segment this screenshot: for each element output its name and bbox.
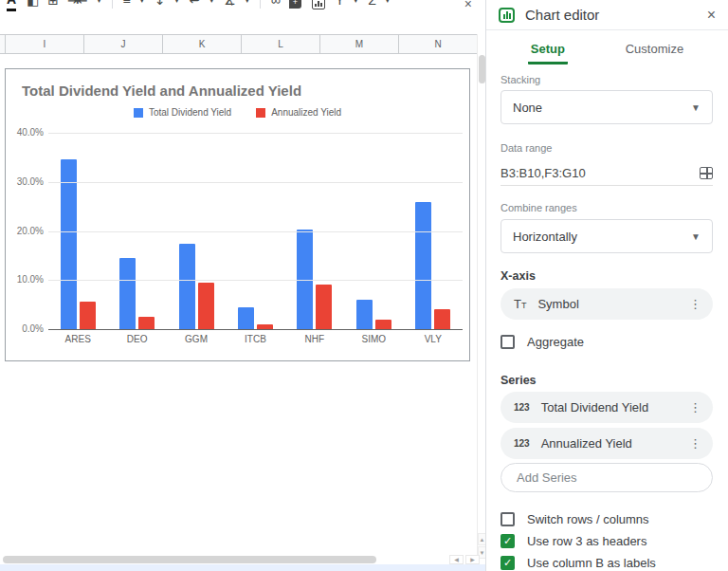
more-options-icon[interactable]: ⋮: [689, 400, 701, 414]
column-header-M[interactable]: M: [320, 35, 399, 53]
chevron-down-icon[interactable]: ▾: [386, 0, 390, 5]
bar[interactable]: [80, 302, 96, 329]
checkbox-row[interactable]: ✓Use row 3 as headers: [500, 533, 713, 548]
insert-chart-icon[interactable]: [312, 0, 325, 9]
bar-group-ares: [61, 159, 96, 329]
select-range-grid-icon[interactable]: [700, 167, 713, 179]
aggregate-checkbox[interactable]: [500, 335, 515, 349]
vertical-scrollbar-thumb[interactable]: [479, 55, 485, 83]
chart-legend: Total Dividend YieldAnnualized Yield: [6, 107, 469, 118]
tab-customize-label: Customize: [623, 42, 686, 64]
text-color-icon[interactable]: A: [7, 0, 16, 11]
aggregate-checkbox-row[interactable]: Aggregate: [500, 334, 713, 349]
chevron-down-icon: ▼: [691, 102, 701, 113]
data-range-label: Data range: [500, 142, 713, 154]
bar[interactable]: [415, 202, 431, 329]
legend-label: Annualized Yield: [271, 107, 341, 118]
toolbar: A◧⊞⇥⇤▾≡▾↧▾↩▾∡▾∞+Y▾Σ▾ ×: [0, 0, 484, 12]
checkbox-label: Use column B as labels: [527, 556, 656, 570]
vertical-scrollbar[interactable]: ▲ ▼: [477, 34, 485, 560]
series-item[interactable]: 123Total Dividend Yield⋮: [500, 392, 713, 423]
functions-icon[interactable]: Σ: [368, 0, 374, 12]
x-tick-label: SIMO: [355, 334, 391, 344]
bar[interactable]: [316, 285, 332, 329]
bar-group-deo: [119, 258, 155, 329]
y-tick-label: 30.0%: [6, 176, 44, 187]
bar[interactable]: [356, 300, 373, 329]
more-options-icon[interactable]: ⋮: [689, 436, 701, 451]
checkbox[interactable]: [500, 512, 515, 526]
chevron-down-icon[interactable]: ▾: [354, 0, 357, 5]
data-range-input[interactable]: B3:B10,F3:G10: [500, 160, 713, 186]
column-header-K[interactable]: K: [163, 35, 242, 53]
stacking-select[interactable]: None ▼: [500, 90, 713, 124]
chart-editor-icon: [499, 8, 515, 23]
bar[interactable]: [375, 320, 391, 329]
checkbox-row[interactable]: Switch rows / columns: [500, 511, 713, 526]
gridline: [48, 329, 463, 330]
checkbox-row[interactable]: ✓Use column B as labels: [500, 555, 713, 570]
x-axis-field[interactable]: Tt Symbol ⋮: [500, 288, 713, 320]
bar[interactable]: [138, 317, 155, 329]
borders-icon[interactable]: ⊞: [47, 0, 57, 12]
x-axis-labels: ARESDEOGGMITCBNHFSIMOVLY: [48, 334, 463, 344]
merge-cells-icon[interactable]: ⇥⇤: [67, 0, 85, 12]
insert-comment-icon[interactable]: +: [289, 0, 301, 9]
chevron-down-icon[interactable]: ▾: [209, 0, 213, 5]
toolbar-divider: [112, 0, 113, 9]
x-tick-label: DEO: [119, 334, 155, 344]
bar[interactable]: [434, 309, 450, 329]
vertical-align-icon[interactable]: ↧: [155, 0, 164, 12]
legend-swatch-icon: [256, 108, 265, 118]
checkbox-checked[interactable]: ✓: [500, 534, 515, 548]
bar[interactable]: [61, 159, 77, 329]
horizontal-scrollbar[interactable]: ◀ ▶: [0, 555, 477, 564]
gridline: [48, 280, 463, 281]
column-header-I[interactable]: I: [6, 35, 84, 53]
panel-header: Chart editor ×: [486, 0, 728, 30]
chevron-down-icon[interactable]: ▾: [246, 0, 249, 5]
legend-label: Total Dividend Yield: [149, 107, 231, 118]
bar[interactable]: [238, 307, 254, 329]
scroll-left-icon[interactable]: ◀: [449, 555, 464, 564]
bar-group-vly: [415, 202, 450, 329]
legend-item: Total Dividend Yield: [134, 107, 231, 118]
tab-customize[interactable]: Customize: [623, 40, 686, 64]
tab-setup[interactable]: Setup: [528, 40, 568, 64]
bar[interactable]: [119, 258, 136, 329]
text-wrap-icon[interactable]: ↩: [190, 0, 199, 12]
column-header-L[interactable]: L: [242, 35, 320, 53]
column-header-N[interactable]: N: [399, 35, 478, 53]
bar[interactable]: [179, 244, 195, 329]
chevron-down-icon[interactable]: ▾: [140, 0, 144, 5]
add-series-button[interactable]: Add Series: [500, 463, 713, 492]
column-header-row: IJKLMN: [0, 34, 478, 54]
horizontal-scrollbar-thumb[interactable]: [3, 556, 376, 563]
panel-close-icon[interactable]: ×: [707, 7, 716, 24]
column-header-J[interactable]: J: [84, 35, 163, 53]
series-item[interactable]: 123Annualized Yield⋮: [500, 428, 713, 459]
horizontal-align-icon[interactable]: ≡: [123, 0, 129, 12]
checkbox-checked[interactable]: ✓: [500, 556, 515, 570]
panel-title: Chart editor: [525, 7, 599, 23]
aggregate-label: Aggregate: [527, 335, 584, 349]
bar[interactable]: [198, 283, 214, 329]
fill-color-icon[interactable]: ◧: [27, 0, 37, 12]
data-range-value: B3:B10,F3:G10: [500, 166, 586, 180]
scroll-right-icon[interactable]: ▶: [465, 555, 480, 564]
toolbar-close-icon[interactable]: ×: [464, 0, 472, 11]
text-rotation-icon[interactable]: ∡: [224, 0, 234, 12]
chevron-down-icon[interactable]: ▾: [98, 0, 101, 5]
plot-area: [48, 133, 463, 329]
insert-link-icon[interactable]: ∞: [271, 0, 279, 12]
chevron-down-icon[interactable]: ▾: [175, 0, 179, 5]
text-type-icon: Tt: [514, 297, 526, 311]
x-axis-heading: X-axis: [500, 269, 713, 283]
more-options-icon[interactable]: ⋮: [689, 297, 701, 311]
create-filter-icon[interactable]: Y: [336, 0, 342, 12]
y-tick-label: 0.0%: [6, 323, 44, 334]
embedded-chart[interactable]: Total Dividend Yield and Annualized Yiel…: [5, 68, 470, 361]
combine-ranges-select[interactable]: Horizontally ▼: [500, 219, 713, 253]
series-list: 123Total Dividend Yield⋮123Annualized Yi…: [500, 392, 713, 459]
number-type-icon: 123: [514, 438, 530, 449]
